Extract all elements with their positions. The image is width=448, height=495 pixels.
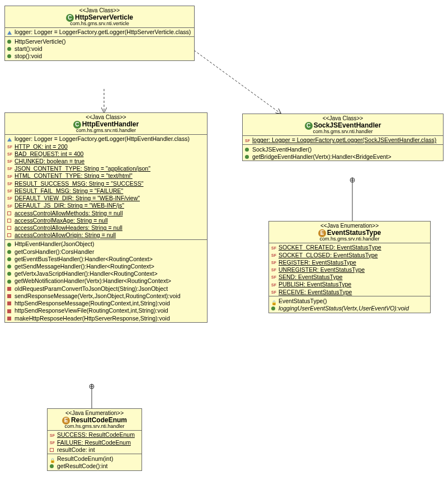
member-text: getBridgeEventHandler(Vertx):Handler<Bri… <box>252 153 392 160</box>
attributes-section: SUCCESS: ResultCodeEnumFAILURE: ResultCo… <box>48 431 142 455</box>
member-text: RECEIVE: EventStatusType <box>279 289 352 295</box>
member-row: SOCKET_CLOSED: EventStatusType <box>271 251 428 258</box>
member-text: BAD_REQUEST: int = 400 <box>15 150 83 157</box>
stereotype: <<Java Class>> <box>5 7 194 13</box>
visibility-icon <box>7 218 13 224</box>
visibility-icon <box>7 46 13 52</box>
member-row: HttpServerVerticle() <box>7 37 192 45</box>
operations-section: HttpEventHandler(JsonObject)getCorsHandl… <box>5 240 207 322</box>
visibility-icon <box>7 249 13 255</box>
operations-section: ResultCodeEnum(int)getResultCode():int <box>48 454 142 470</box>
visibility-icon <box>50 456 55 462</box>
visibility-icon <box>271 246 277 251</box>
visibility-icon <box>7 286 13 292</box>
member-row: SUCCESS: ResultCodeEnum <box>50 431 139 439</box>
member-text: EventStatusType() <box>279 298 327 304</box>
visibility-icon <box>7 309 13 314</box>
class-header: <<Java Class>> CSockJSEventHandler com.h… <box>243 114 443 136</box>
visibility-icon <box>7 257 13 262</box>
member-text: resultCode: int <box>57 446 95 453</box>
member-row: accessControlAllowHeaders: String = null <box>7 224 205 231</box>
visibility-icon <box>7 204 13 209</box>
member-row: accessControlAllowMethods: String = null <box>7 209 205 216</box>
member-row: stop():void <box>7 52 192 59</box>
visibility-icon <box>7 279 13 285</box>
member-row: makeHttpResposeHeader(HttpServerResponse… <box>7 314 205 322</box>
member-row: httpSendResponseViewFile(RoutingContext,… <box>7 307 205 314</box>
visibility-icon <box>7 181 13 187</box>
member-row: FAILURE: ResultCodeEnum <box>50 439 139 446</box>
member-row: PUBLISH: EventStatusType <box>271 281 428 288</box>
attributes-section: logger: Logger = LoggerFactory.getLogger… <box>5 135 207 240</box>
visibility-icon <box>7 144 13 150</box>
package-name: com.hs.gms.srv.nti.handler <box>5 128 207 133</box>
member-row: accessControlMaxAge: String = null <box>7 216 205 224</box>
operations-section: SockJSEventHandler()getBridgeEventHandle… <box>243 145 443 161</box>
member-row: RESULT_SUCCESS_MSG: String = "SUCCESS" <box>7 180 205 187</box>
visibility-icon <box>271 282 277 288</box>
member-text: CHUNKED: boolean = true <box>15 158 84 164</box>
visibility-icon <box>271 253 277 258</box>
class-header: <<Java Class>> CHttpServerVerticle com.h… <box>5 6 194 28</box>
svg-point-3 <box>350 178 355 182</box>
member-text: accessControlAllowMethods: String = null <box>15 210 122 216</box>
visibility-icon <box>7 242 13 248</box>
visibility-icon <box>50 447 55 453</box>
visibility-icon <box>50 433 55 439</box>
visibility-icon <box>7 271 13 277</box>
member-row: HTML_CONTENT_TYPE: String = "text/html" <box>7 172 205 180</box>
member-text: HttpEventHandler(JsonObject) <box>15 241 94 247</box>
member-text: RESULT_SUCCESS_MSG: String = "SUCCESS" <box>15 180 143 187</box>
member-text: FAILURE: ResultCodeEnum <box>57 439 131 446</box>
member-row: oldRequestParamConvertToJsonObject(Strin… <box>7 285 205 292</box>
class-http-event-handler: <<Java Class>> CHttpEventHandler com.hs.… <box>4 112 208 323</box>
enum-result-code-enum: <<Java Enumeration>> EResultCodeEnum com… <box>47 408 142 471</box>
stereotype: <<Java Class>> <box>243 115 443 121</box>
member-text: oldRequestParamConvertToJsonObject(Strin… <box>15 285 168 292</box>
operations-section: EventStatusType()loggingUserEventStatus(… <box>269 296 430 312</box>
member-text: getResultCode():int <box>57 463 107 469</box>
member-row: DEFAULT_VIEW_DIR: String = "WEB-INF/view… <box>7 195 205 202</box>
visibility-icon <box>271 275 277 280</box>
visibility-icon <box>245 154 251 160</box>
attributes-section: logger: Logger = LoggerFactory.getLogger… <box>243 136 443 145</box>
member-text: SEND: EventStatusType <box>279 274 342 280</box>
visibility-icon <box>245 138 251 144</box>
visibility-icon <box>7 294 13 299</box>
member-row: RESULT_FAIL_MSG: String = "FAILURE" <box>7 187 205 194</box>
member-text: ResultCodeEnum(int) <box>57 455 113 462</box>
member-row: logger: Logger = LoggerFactory.getLogger… <box>245 136 441 144</box>
package-name: com.hs.gms.srv.nti.handler <box>243 129 443 134</box>
member-text: makeHttpResposeHeader(HttpServerResponse… <box>15 315 170 322</box>
member-text: HttpServerVerticle() <box>15 38 66 45</box>
member-row: RECEIVE: EventStatusType <box>271 288 428 295</box>
visibility-icon <box>271 290 277 295</box>
svg-line-1 <box>194 50 281 114</box>
member-row: accessControlAllowOrigin: String = null <box>7 232 205 239</box>
visibility-icon <box>7 174 13 180</box>
visibility-icon <box>50 464 55 469</box>
member-text: getWebNotificationHandler(Vertx):Handler… <box>15 277 171 284</box>
member-row: SockJSEventHandler() <box>245 145 441 153</box>
member-text: logger: Logger = LoggerFactory.getLogger… <box>15 29 191 35</box>
visibility-icon <box>7 39 13 45</box>
enum-event-status-type: <<Java Enumeration>> EEventStatusType co… <box>268 221 431 313</box>
member-text: stop():void <box>15 53 42 59</box>
member-text: SockJSEventHandler() <box>252 146 312 153</box>
member-text: DEFAULT_VIEW_DIR: String = "WEB-INF/view… <box>15 195 140 201</box>
member-row: ResultCodeEnum(int) <box>50 455 139 462</box>
stereotype: <<Java Class>> <box>5 114 207 120</box>
member-text: logger: Logger = LoggerFactory.getLogger… <box>15 135 190 142</box>
member-text: accessControlAllowOrigin: String = null <box>15 232 116 238</box>
member-text: httpSendResponseViewFile(RoutingContext,… <box>15 307 168 314</box>
member-row: SOCKET_CREATED: EventStatusType <box>271 244 428 251</box>
visibility-icon <box>7 301 13 307</box>
visibility-icon <box>7 264 13 270</box>
stereotype: <<Java Enumeration>> <box>269 223 430 229</box>
member-row: logger: Logger = LoggerFactory.getLogger… <box>7 29 192 36</box>
svg-point-7 <box>89 384 94 389</box>
member-text: SOCKET_CREATED: EventStatusType <box>279 244 381 251</box>
member-text: getEventBusTestHandler():Handler<Routing… <box>15 256 153 262</box>
visibility-icon <box>7 225 13 231</box>
member-row: resultCode: int <box>50 446 139 453</box>
